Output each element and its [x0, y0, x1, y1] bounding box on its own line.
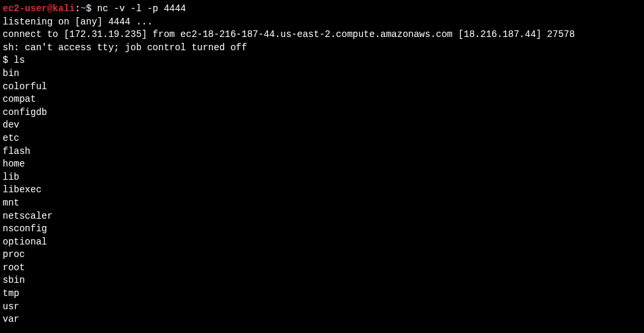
- list-item: sbin: [3, 274, 641, 287]
- list-item: etc: [3, 132, 641, 145]
- list-item: flash: [3, 145, 641, 159]
- list-item: bin: [3, 67, 641, 81]
- output-listening: listening on [any] 4444 ...: [3, 16, 641, 29]
- list-item: colorful: [3, 81, 641, 94]
- list-item: nsconfig: [3, 223, 641, 236]
- list-item: configdb: [3, 106, 641, 120]
- list-item: root: [3, 262, 641, 275]
- list-item: libexec: [3, 184, 641, 197]
- output-sh-error: sh: can't access tty; job control turned…: [3, 42, 641, 55]
- prompt-line-1: ec2-user@kali:~$ nc -v -l -p 4444: [3, 3, 641, 16]
- list-item: mnt: [3, 197, 641, 210]
- list-item: lib: [3, 171, 641, 184]
- list-item: proc: [3, 248, 641, 262]
- ls-output-container: bincolorfulcompatconfigdbdevetcflashhome…: [3, 67, 641, 326]
- list-item: dev: [3, 119, 641, 132]
- output-connect: connect to [172.31.19.235] from ec2-18-2…: [3, 28, 641, 42]
- command-text-2: ls: [14, 55, 25, 65]
- prompt-user-host: ec2-user@kali: [3, 3, 75, 14]
- list-item: usr: [3, 301, 641, 314]
- prompt-symbol-2: $: [3, 55, 14, 65]
- prompt-line-2: $ ls: [3, 54, 641, 67]
- list-item: optional: [3, 236, 641, 249]
- list-item: compat: [3, 93, 641, 106]
- list-item: var: [3, 313, 641, 326]
- prompt-separator: :: [75, 3, 80, 14]
- command-text: nc -v -l -p 4444: [97, 3, 186, 14]
- list-item: tmp: [3, 287, 641, 301]
- list-item: netscaler: [3, 210, 641, 223]
- prompt-path: ~: [81, 3, 86, 14]
- list-item: home: [3, 158, 641, 171]
- terminal-window[interactable]: ec2-user@kali:~$ nc -v -l -p 4444listeni…: [3, 3, 641, 326]
- prompt-symbol: $: [86, 3, 97, 14]
